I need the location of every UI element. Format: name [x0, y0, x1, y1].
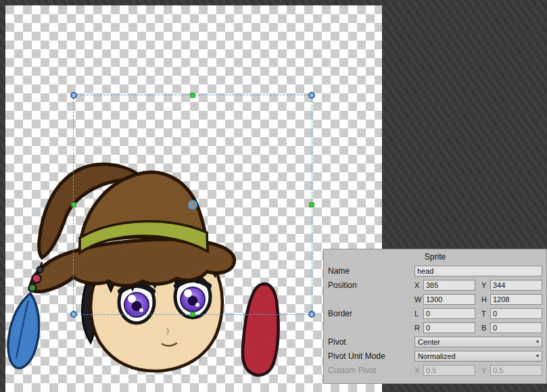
name-label: Name: [328, 266, 414, 276]
pivot-label: Pivot: [328, 337, 414, 347]
w-field-label: W: [414, 295, 423, 303]
l-field-label: L: [414, 310, 423, 318]
pivot-unit-mode-dropdown[interactable]: Normalized ▾: [414, 351, 542, 362]
custom-pivot-label: Custom Pivot: [328, 366, 414, 375]
selection-handle-top-right[interactable]: [308, 92, 315, 99]
dropdown-arrow-icon: ▾: [536, 353, 539, 359]
x-field-label: X: [414, 281, 423, 289]
y-field-label: Y: [481, 281, 490, 289]
feather: [8, 293, 39, 368]
t-field-label: T: [481, 310, 490, 318]
hat-charm: [8, 262, 43, 368]
pivot-handle[interactable]: [188, 200, 197, 210]
selection-handle-bottom-right[interactable]: [308, 311, 315, 318]
dropdown-arrow-icon: ▾: [536, 339, 539, 345]
custom-pivot-y-input: [490, 365, 542, 376]
selection-handle-bottom-left[interactable]: [70, 311, 77, 318]
custom-pivot-x-input: [423, 365, 475, 376]
panel-title: Sprite: [324, 249, 546, 265]
border-row-lt: Border L T: [328, 308, 542, 319]
position-h-input[interactable]: [490, 294, 542, 305]
position-x-input[interactable]: [423, 280, 475, 291]
border-row-rb: R B: [328, 322, 542, 333]
sprite-info-panel: Sprite Name Position X Y W H Border L: [323, 249, 547, 384]
name-row: Name: [328, 265, 542, 276]
border-t-input[interactable]: [490, 308, 542, 319]
selection-handle-top-left[interactable]: [70, 92, 77, 99]
b-field-label: B: [481, 324, 490, 332]
custom-pivot-row: Custom Pivot X Y: [328, 364, 542, 376]
sprite-editor-window: Sprite Name Position X Y W H Border L: [0, 0, 547, 392]
border-b-input[interactable]: [490, 322, 542, 333]
custom-pivot-x-label: X: [414, 366, 423, 374]
position-row-xy: Position X Y: [328, 279, 542, 291]
pivot-dropdown-value: Center: [418, 338, 440, 346]
pivot-row: Pivot Center ▾: [328, 336, 542, 347]
pivot-unit-mode-label: Pivot Unit Mode: [328, 351, 414, 361]
pivot-dropdown[interactable]: Center ▾: [414, 337, 542, 347]
position-label: Position: [328, 280, 414, 290]
selection-handle-bottom[interactable]: [191, 312, 195, 317]
position-w-input[interactable]: [423, 294, 475, 305]
border-r-input[interactable]: [423, 322, 475, 333]
custom-pivot-y-label: Y: [481, 366, 490, 374]
sprite-selection-rect[interactable]: [73, 95, 312, 315]
name-input[interactable]: [414, 266, 542, 276]
selection-handle-left[interactable]: [72, 203, 76, 207]
pivot-unit-mode-dropdown-value: Normalized: [418, 352, 456, 360]
border-l-input[interactable]: [423, 308, 475, 319]
pivot-unit-mode-row: Pivot Unit Mode Normalized ▾: [328, 350, 542, 362]
selection-handle-right[interactable]: [310, 203, 314, 207]
position-row-wh: W H: [328, 293, 542, 305]
r-field-label: R: [414, 324, 423, 332]
position-y-input[interactable]: [490, 280, 542, 291]
selection-handle-top[interactable]: [191, 93, 195, 98]
border-label: Border: [328, 309, 414, 318]
h-field-label: H: [481, 295, 490, 303]
